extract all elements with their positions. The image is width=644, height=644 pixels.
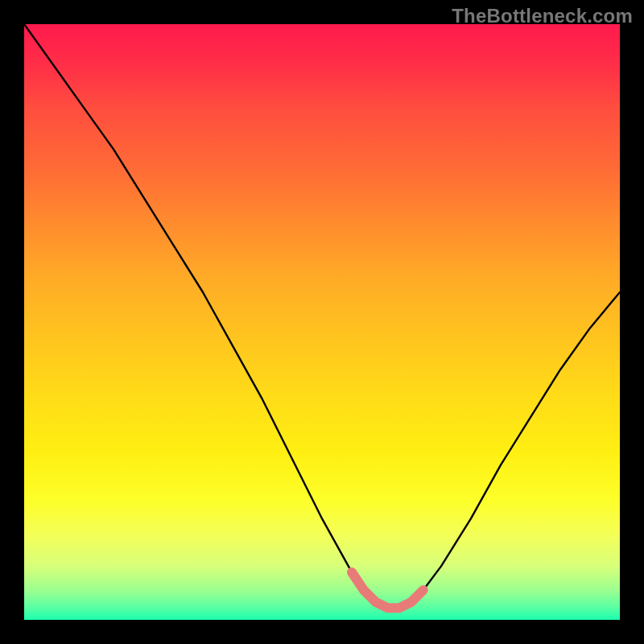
chart-frame: TheBottleneck.com	[0, 0, 644, 644]
curve-svg	[24, 24, 620, 620]
bottleneck-curve	[24, 24, 620, 608]
watermark-text: TheBottleneck.com	[452, 5, 633, 27]
plot-area	[24, 24, 620, 620]
optimal-range-highlight	[352, 572, 423, 608]
